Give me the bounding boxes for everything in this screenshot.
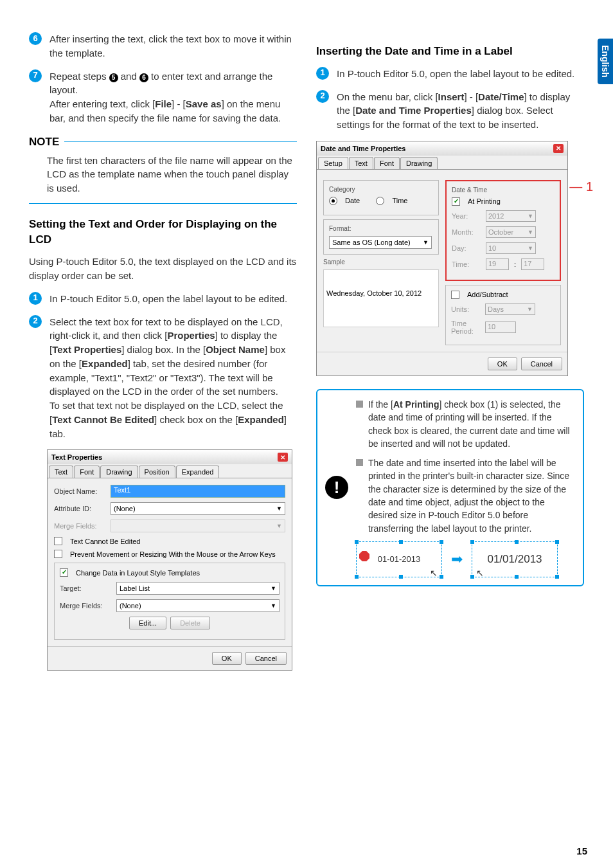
important-icon: ! (325, 476, 348, 499)
step-text: In P-touch Editor 5.0, open the label la… (337, 67, 584, 81)
bold-term: Date and Time Properties (355, 105, 472, 116)
units-label: Units: (451, 305, 480, 313)
tab-font[interactable]: Font (374, 157, 400, 169)
close-icon[interactable]: ✕ (553, 144, 564, 153)
right-panel: Date & Time At Printing Year:2012▼ Month… (445, 176, 561, 345)
arrow-right-icon: ➡ (451, 549, 463, 570)
year-label: Year: (452, 212, 481, 220)
chevron-down-icon: ▼ (276, 523, 282, 529)
fieldset-legend: Add/Subtract (467, 291, 508, 298)
square-bullet-icon (356, 459, 363, 466)
merge-fields-2-select[interactable]: (None)▼ (116, 599, 280, 612)
dialog-tabs: Text Font Drawing Position Expanded (48, 464, 292, 478)
month-select: October▼ (486, 226, 536, 238)
dialog-titlebar: Text Properties ✕ (48, 450, 292, 464)
period-label: Time Period: (451, 320, 480, 335)
checkbox-label: Prevent Movement or Resizing With the Mo… (70, 550, 276, 558)
important-info-box: ! If the [At Printing] check box (1) is … (316, 389, 584, 586)
step-7: 7 Repeat steps 5 and 6 to enter text and… (29, 69, 297, 125)
chevron-down-icon: ▼ (423, 239, 429, 246)
page-number: 15 (576, 845, 587, 856)
tab-drawing[interactable]: Drawing (400, 157, 438, 169)
bold-term: Text Properties (52, 344, 121, 355)
object-name-input[interactable]: Text1 (111, 485, 285, 498)
note-body: The first ten characters of the file nam… (47, 154, 297, 195)
change-data-checkbox[interactable] (60, 568, 68, 577)
tab-text[interactable]: Text (349, 157, 373, 169)
step-text: On the menu bar, click [Insert] - [Date/… (337, 90, 584, 132)
dialog-titlebar: Date and Time Properties ✕ (317, 141, 567, 156)
delete-button: Delete (170, 617, 210, 629)
step-6: 6 After inserting the text, click the te… (29, 32, 297, 60)
dialog-body: Object Name: Text1 Attribute ID: (None)▼… (48, 478, 292, 646)
units-select: Days▼ (485, 303, 535, 315)
text-properties-dialog: Text Properties ✕ Text Font Drawing Posi… (47, 449, 292, 671)
tab-text[interactable]: Text (49, 466, 73, 478)
tab-expanded[interactable]: Expanded (176, 466, 220, 478)
year-select: 2012▼ (486, 210, 536, 222)
step-text: After inserting the text, click the text… (49, 32, 297, 60)
bold-term: Insert (438, 91, 465, 102)
info-body: If the [At Printing] check box (1) is se… (356, 398, 575, 577)
bold-term: At Printing (393, 399, 440, 410)
bold-term: Date/Time (478, 91, 524, 102)
target-label: Target: (60, 584, 111, 592)
step-text: Repeat steps 5 and 6 to enter text and a… (49, 69, 297, 125)
bold-term: Expanded (82, 358, 128, 369)
label-example-2: 01/01/2013 ↖ (472, 541, 558, 577)
dialog-title: Text Properties (51, 453, 102, 461)
tab-position[interactable]: Position (139, 466, 175, 478)
dialog-tabs: Setup Text Font Drawing (317, 156, 567, 170)
bold-term: Properties (167, 330, 215, 341)
two-column-layout: 6 After inserting the text, click the te… (29, 32, 584, 671)
text-cannot-be-edited-checkbox[interactable] (54, 537, 62, 545)
bold-term: Object Name (206, 344, 265, 355)
bold-term: File (155, 98, 172, 109)
fieldset-legend: Format: (329, 225, 433, 232)
section2-step-2: 2 On the menu bar, click [Insert] - [Dat… (316, 90, 584, 132)
attribute-id-select[interactable]: (None)▼ (111, 502, 285, 515)
time-m-input: 17 (521, 258, 544, 270)
cancel-button[interactable]: Cancel (245, 652, 287, 665)
merge-fields-label: Merge Fields: (54, 522, 105, 530)
step-number-icon: 1 (29, 292, 42, 305)
checkbox-label: Text Cannot Be Edited (70, 538, 140, 545)
square-bullet-icon (356, 401, 363, 408)
date-radio[interactable] (329, 197, 337, 205)
tab-setup[interactable]: Setup (318, 157, 348, 169)
checkbox-label: Change Data in Layout Style Templates (76, 569, 200, 577)
text: On the menu bar, click [ (337, 91, 438, 102)
tab-font[interactable]: Font (74, 466, 100, 478)
ok-button[interactable]: OK (488, 357, 517, 370)
date-time-fieldset: Date & Time At Printing Year:2012▼ Month… (445, 180, 561, 281)
bullet-item: If the [At Printing] check box (1) is se… (356, 398, 575, 450)
at-printing-checkbox[interactable] (452, 197, 460, 206)
right-column: Inserting the Date and Time in a Label 1… (316, 32, 584, 671)
target-select[interactable]: Label List▼ (116, 582, 280, 595)
chevron-down-icon: ▼ (276, 505, 282, 512)
text: The date and time inserted into the labe… (368, 457, 575, 535)
text: Repeat steps (49, 71, 109, 82)
chevron-down-icon: ▼ (271, 585, 276, 592)
edit-button[interactable]: Edit... (129, 617, 166, 629)
step-text: Select the text box for text to be displ… (49, 315, 297, 441)
format-select[interactable]: Same as OS (Long date)▼ (329, 236, 432, 249)
language-tab: English (598, 39, 613, 84)
tab-drawing[interactable]: Drawing (100, 466, 138, 478)
ok-button[interactable]: OK (212, 652, 242, 665)
cancel-button[interactable]: Cancel (521, 357, 562, 370)
close-icon[interactable]: ✕ (278, 453, 288, 462)
prevent-movement-checkbox[interactable] (54, 550, 62, 558)
category-fieldset: Category Date Time (323, 180, 439, 215)
bold-term: Save as (186, 98, 222, 109)
step-number-icon: 2 (29, 315, 42, 328)
time-radio[interactable] (376, 197, 384, 205)
fieldset-legend: Date & Time (452, 186, 555, 194)
dialog-buttons: OK Cancel (48, 646, 292, 670)
left-panel: Category Date Time Format: Same as OS (L… (323, 176, 439, 345)
paragraph: Using P-touch Editor 5.0, the text displ… (29, 255, 297, 283)
radio-label: Time (392, 197, 407, 204)
stop-icon (359, 551, 369, 561)
add-subtract-checkbox[interactable] (451, 291, 459, 299)
sample-label: Sample (323, 258, 439, 266)
